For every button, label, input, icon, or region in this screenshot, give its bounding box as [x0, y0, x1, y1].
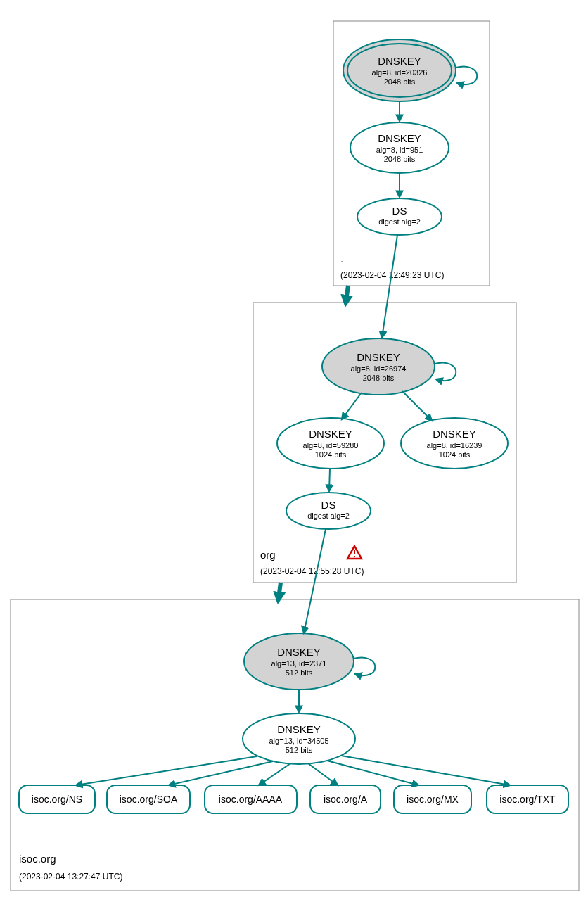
svg-text:alg=8, id=26974: alg=8, id=26974: [351, 364, 407, 373]
node-root-ds: DS digest alg=2: [357, 198, 442, 235]
svg-text:2048 bits: 2048 bits: [363, 374, 395, 382]
edge-org-ksk-zsk2: [402, 391, 432, 421]
edge-zsk-soa: [169, 761, 273, 785]
svg-point-28: [286, 493, 371, 529]
edge-org-ksk-zsk1: [342, 393, 362, 419]
node-isoc-ksk: DNSKEY alg=13, id=2371 512 bits: [244, 633, 354, 690]
zone-root-label: .: [340, 253, 343, 265]
svg-text:512 bits: 512 bits: [286, 746, 313, 754]
zone-org-label: org: [260, 549, 276, 561]
edge-root-to-org-zone: [346, 286, 348, 301]
svg-text:isoc.org/AAAA: isoc.org/AAAA: [219, 794, 283, 805]
edge-zsk-aaaa: [259, 763, 290, 785]
svg-rect-14: [354, 550, 355, 554]
svg-point-10: [357, 198, 442, 235]
edge-isoc-ksk-self: [354, 658, 375, 676]
svg-text:digest alg=2: digest alg=2: [307, 512, 350, 520]
edge-zsk-txt: [341, 756, 510, 785]
svg-text:DS: DS: [392, 205, 407, 217]
edge-org-zsk1-ds: [329, 469, 330, 491]
svg-text:DS: DS: [321, 499, 336, 511]
node-root-zsk: DNSKEY alg=8, id=951 2048 bits: [350, 122, 449, 173]
svg-text:isoc.org/A: isoc.org/A: [324, 794, 368, 805]
node-org-ksk: DNSKEY alg=8, id=26974 2048 bits: [322, 338, 435, 395]
edge-root-ksk-self: [456, 67, 477, 85]
edge-zsk-a: [308, 763, 338, 785]
svg-text:alg=13, id=34505: alg=13, id=34505: [269, 737, 328, 745]
svg-text:DNSKEY: DNSKEY: [309, 428, 352, 440]
svg-text:DNSKEY: DNSKEY: [277, 723, 321, 735]
zone-isoc-timestamp: (2023-02-04 13:27:47 UTC): [19, 872, 122, 882]
zone-org-timestamp: (2023-02-04 12:55:28 UTC): [260, 566, 364, 576]
svg-text:1024 bits: 1024 bits: [439, 450, 471, 459]
zone-isoc-label: isoc.org: [19, 853, 56, 865]
node-org-zsk1: DNSKEY alg=8, id=59280 1024 bits: [277, 418, 384, 469]
warning-icon: [347, 546, 362, 559]
svg-text:isoc.org/TXT: isoc.org/TXT: [499, 794, 556, 805]
node-org-ds: DS digest alg=2: [286, 493, 371, 529]
svg-text:isoc.org/MX: isoc.org/MX: [407, 794, 459, 805]
svg-text:1024 bits: 1024 bits: [315, 450, 347, 459]
svg-text:alg=8, id=59280: alg=8, id=59280: [303, 441, 359, 450]
edge-org-ksk-self: [435, 363, 456, 381]
rrset-soa: isoc.org/SOA: [107, 785, 190, 813]
rrset-aaaa: isoc.org/AAAA: [205, 785, 297, 813]
node-org-zsk2: DNSKEY alg=8, id=16239 1024 bits: [401, 418, 508, 469]
svg-text:DNSKEY: DNSKEY: [357, 351, 400, 363]
svg-text:alg=8, id=951: alg=8, id=951: [376, 146, 423, 154]
svg-text:512 bits: 512 bits: [286, 668, 313, 677]
svg-text:alg=8, id=20326: alg=8, id=20326: [372, 68, 428, 77]
svg-text:alg=13, id=2371: alg=13, id=2371: [271, 659, 327, 668]
svg-text:isoc.org/NS: isoc.org/NS: [32, 794, 82, 805]
edge-org-ds-isoc-ksk: [304, 529, 326, 633]
svg-text:DNSKEY: DNSKEY: [277, 646, 321, 658]
rrset-a: isoc.org/A: [310, 785, 381, 813]
zone-isoc: isoc.org (2023-02-04 13:27:47 UTC) DNSKE…: [11, 529, 579, 891]
node-root-ksk: DNSKEY alg=8, id=20326 2048 bits: [343, 39, 456, 101]
node-isoc-zsk: DNSKEY alg=13, id=34505 512 bits: [243, 713, 355, 764]
rrset-mx: isoc.org/MX: [394, 785, 471, 813]
svg-text:digest alg=2: digest alg=2: [378, 217, 421, 226]
svg-text:DNSKEY: DNSKEY: [378, 55, 421, 67]
zone-org: org (2023-02-04 12:55:28 UTC) DNSKEY alg…: [253, 235, 516, 583]
edge-zsk-mx: [327, 761, 418, 785]
edge-org-to-isoc-zone: [279, 583, 281, 598]
zone-root: . (2023-02-04 12:49:23 UTC) DNSKEY alg=8…: [333, 21, 490, 286]
svg-rect-15: [354, 556, 355, 557]
edge-root-ds-org-ksk: [382, 235, 397, 338]
svg-text:isoc.org/SOA: isoc.org/SOA: [120, 794, 178, 805]
rrset-txt: isoc.org/TXT: [487, 785, 568, 813]
dnssec-diagram: . (2023-02-04 12:49:23 UTC) DNSKEY alg=8…: [0, 0, 588, 902]
svg-text:DNSKEY: DNSKEY: [378, 132, 421, 144]
svg-text:2048 bits: 2048 bits: [384, 77, 416, 86]
svg-text:DNSKEY: DNSKEY: [433, 428, 476, 440]
svg-text:alg=8, id=16239: alg=8, id=16239: [427, 441, 482, 450]
svg-text:2048 bits: 2048 bits: [384, 155, 416, 163]
rrset-ns: isoc.org/NS: [19, 785, 95, 813]
